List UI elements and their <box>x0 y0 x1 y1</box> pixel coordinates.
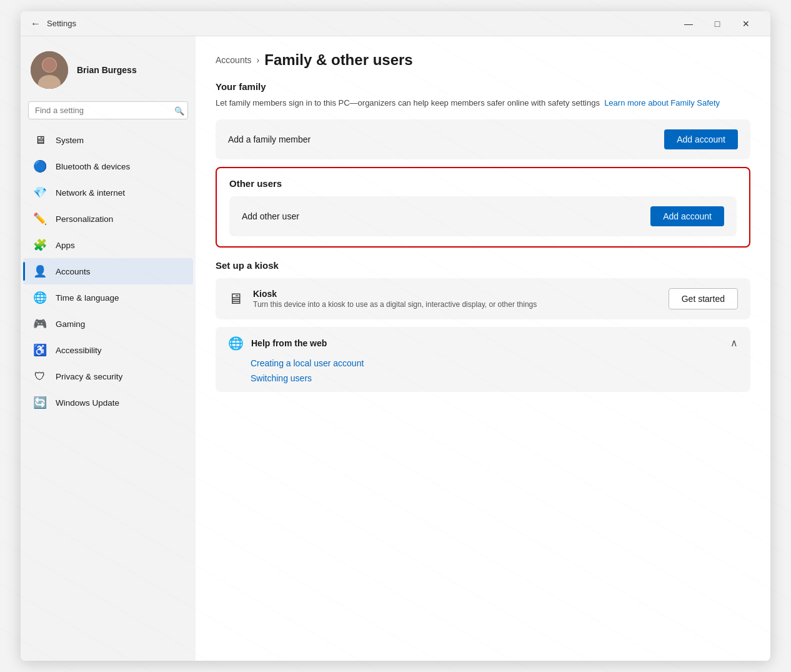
sidebar-item-label-network: Network & internet <box>56 188 125 198</box>
sidebar-item-label-personalization: Personalization <box>56 214 113 224</box>
maximize-button[interactable]: □ <box>703 14 732 34</box>
sidebar-item-bluetooth[interactable]: 🔵Bluetooth & devices <box>23 153 193 179</box>
privacy-icon: 🛡 <box>33 369 47 383</box>
kiosk-label: Kiosk <box>253 289 537 299</box>
time-icon: 🌐 <box>33 291 47 304</box>
kiosk-description: Turn this device into a kiosk to use as … <box>253 300 537 309</box>
other-users-section: Other users Add other user Add account <box>216 167 750 248</box>
svg-point-3 <box>42 58 56 72</box>
help-header[interactable]: 🌐 Help from the web ∧ <box>228 336 738 351</box>
update-icon: 🔄 <box>33 396 47 409</box>
sidebar-item-time[interactable]: 🌐Time & language <box>23 284 193 311</box>
apps-icon: 🧩 <box>33 238 47 252</box>
help-link-switching-users[interactable]: Switching users <box>251 373 738 383</box>
add-other-user-button[interactable]: Add account <box>650 206 724 226</box>
your-family-title: Your family <box>216 81 750 92</box>
help-links: Creating a local user account Switching … <box>228 358 738 383</box>
kiosk-section-title: Set up a kiosk <box>216 260 750 271</box>
sidebar: Brian Burgess 🔍 🖥System🔵Bluetooth & devi… <box>21 36 196 661</box>
kiosk-info: 🖥 Kiosk Turn this device into a kiosk to… <box>228 289 537 309</box>
help-header-left: 🌐 Help from the web <box>228 336 327 351</box>
sidebar-item-personalization[interactable]: ✏️Personalization <box>23 206 193 232</box>
breadcrumb-accounts: Accounts <box>216 55 252 65</box>
accounts-icon: 👤 <box>33 264 47 278</box>
sidebar-item-accounts[interactable]: 👤Accounts <box>23 258 193 284</box>
add-other-user-label: Add other user <box>242 211 299 221</box>
help-icon: 🌐 <box>228 336 244 351</box>
titlebar: ← Settings — □ ✕ <box>21 11 770 36</box>
gaming-icon: 🎮 <box>33 317 47 331</box>
sidebar-item-label-privacy: Privacy & security <box>56 372 122 381</box>
page-title: Family & other users <box>264 51 412 69</box>
main-content: Accounts › Family & other users Your fam… <box>196 36 770 661</box>
sidebar-item-apps[interactable]: 🧩Apps <box>23 232 193 258</box>
kiosk-icon: 🖥 <box>228 290 243 308</box>
personalization-icon: ✏️ <box>33 212 47 226</box>
breadcrumb: Accounts › Family & other users <box>216 51 750 69</box>
user-profile: Brian Burgess <box>21 44 196 101</box>
sidebar-item-label-bluetooth: Bluetooth & devices <box>56 162 130 171</box>
kiosk-get-started-button[interactable]: Get started <box>669 288 738 309</box>
sidebar-item-label-accounts: Accounts <box>56 267 91 276</box>
sidebar-item-label-gaming: Gaming <box>56 319 85 329</box>
back-button[interactable]: ← <box>31 18 41 29</box>
help-title: Help from the web <box>251 338 327 348</box>
sidebar-item-system[interactable]: 🖥System <box>23 127 193 153</box>
sidebar-item-label-time: Time & language <box>56 293 119 303</box>
breadcrumb-separator: › <box>257 55 260 65</box>
network-icon: 💎 <box>33 186 47 199</box>
add-family-label: Add a family member <box>228 134 311 144</box>
sidebar-item-label-accessibility: Accessibility <box>56 346 102 355</box>
add-family-button[interactable]: Add account <box>664 129 738 149</box>
sidebar-item-network[interactable]: 💎Network & internet <box>23 179 193 206</box>
sidebar-item-label-system: System <box>56 136 84 145</box>
help-section: 🌐 Help from the web ∧ Creating a local u… <box>216 327 750 392</box>
help-chevron-icon: ∧ <box>730 337 738 349</box>
your-family-desc: Let family members sign in to this PC—or… <box>216 97 750 109</box>
accessibility-icon: ♿ <box>33 343 47 357</box>
search-input[interactable] <box>28 101 188 119</box>
search-icon[interactable]: 🔍 <box>174 106 184 115</box>
minimize-button[interactable]: — <box>674 14 703 34</box>
add-family-card: Add a family member Add account <box>216 119 750 159</box>
close-button[interactable]: ✕ <box>732 14 760 34</box>
sidebar-item-label-update: Windows Update <box>56 398 119 408</box>
add-other-user-card: Add other user Add account <box>229 196 737 236</box>
profile-name: Brian Burgess <box>77 65 137 75</box>
system-icon: 🖥 <box>33 133 47 147</box>
help-link-creating-local[interactable]: Creating a local user account <box>251 358 738 368</box>
bluetooth-icon: 🔵 <box>33 159 47 173</box>
other-users-title: Other users <box>229 178 737 189</box>
window-title: Settings <box>47 19 76 28</box>
avatar <box>31 51 68 89</box>
sidebar-item-privacy[interactable]: 🛡Privacy & security <box>23 363 193 389</box>
sidebar-item-accessibility[interactable]: ♿Accessibility <box>23 337 193 363</box>
search-box: 🔍 <box>28 101 188 119</box>
nav-list: 🖥System🔵Bluetooth & devices💎Network & in… <box>21 127 196 416</box>
kiosk-card: 🖥 Kiosk Turn this device into a kiosk to… <box>216 278 750 319</box>
sidebar-item-gaming[interactable]: 🎮Gaming <box>23 311 193 337</box>
sidebar-item-update[interactable]: 🔄Windows Update <box>23 389 193 416</box>
learn-more-link[interactable]: Learn more about Family Safety <box>604 98 720 108</box>
sidebar-item-label-apps: Apps <box>56 241 75 250</box>
window-controls: — □ ✕ <box>674 14 760 34</box>
